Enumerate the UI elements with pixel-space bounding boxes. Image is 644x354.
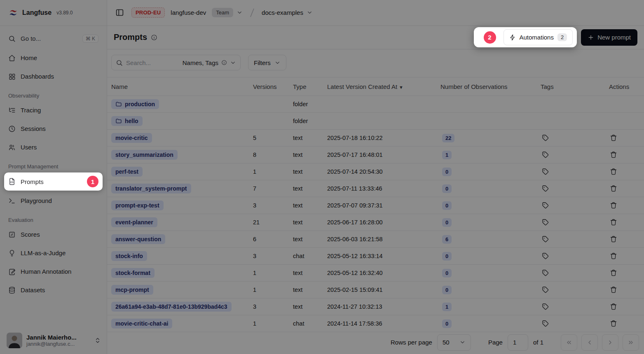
delete-button[interactable] <box>609 285 618 294</box>
tag-button[interactable] <box>541 133 550 142</box>
delete-button[interactable] <box>609 218 618 227</box>
table-row[interactable]: movie-critic 5 text 2025-07-18 16:10:22 … <box>107 130 644 147</box>
user-menu[interactable]: Jannik Maierho... jannik@langfuse.c... <box>0 328 107 354</box>
prompt-name-badge[interactable]: movie-critic-chat-ai <box>111 319 172 328</box>
table-row[interactable]: mcp-prompt 1 text 2025-02-15 15:09:41 0 <box>107 282 644 298</box>
prompt-name-badge[interactable]: movie-critic <box>111 133 152 143</box>
sidebar-item-prompts[interactable]: Prompts 1 <box>4 172 103 191</box>
sidebar-item-sessions[interactable]: Sessions <box>4 120 103 137</box>
tag-button[interactable] <box>541 302 550 311</box>
delete-button[interactable] <box>609 235 618 244</box>
delete-button[interactable] <box>609 302 618 311</box>
tags-cell <box>540 167 606 176</box>
table-row[interactable]: event-planner 21 text 2025-06-17 16:28:0… <box>107 214 644 231</box>
table-row[interactable]: perf-test 1 text 2025-07-14 20:54:30 0 <box>107 163 644 180</box>
table-row[interactable]: movie-critic-chat-ai 1 chat 2024-11-14 1… <box>107 315 644 332</box>
tag-button[interactable] <box>541 201 550 210</box>
tag-button[interactable] <box>541 167 550 176</box>
sidebar-item-users[interactable]: Users <box>4 139 103 156</box>
prompt-name-badge[interactable]: perf-test <box>111 167 143 177</box>
name-cell: event-planner <box>107 217 252 227</box>
prompt-name-badge[interactable]: stock-info <box>111 251 147 261</box>
table-row[interactable]: translator_system-prompt 7 text 2025-07-… <box>107 180 644 197</box>
tag-button[interactable] <box>541 218 550 227</box>
table-header-row: Name Versions Type Latest Version Create… <box>107 77 644 96</box>
table-row[interactable]: hello folder <box>107 113 644 130</box>
delete-button[interactable] <box>609 150 618 159</box>
delete-button[interactable] <box>609 184 618 193</box>
table-row[interactable]: 26a61a94-e3ab-48d7-81e0-13b929bad4c3 3 t… <box>107 298 644 315</box>
delete-button[interactable] <box>609 319 618 328</box>
filters-button[interactable]: Filters <box>248 55 286 70</box>
table-row[interactable]: answer-question 6 text 2025-06-03 16:21:… <box>107 231 644 248</box>
prompt-name-badge[interactable]: prompt-exp-test <box>111 200 164 210</box>
delete-button[interactable] <box>609 252 618 261</box>
info-icon[interactable] <box>151 34 157 41</box>
table-row[interactable]: stock-info 3 chat 2025-05-12 16:33:14 0 <box>107 248 644 265</box>
tag-button[interactable] <box>541 235 550 244</box>
prompt-name-badge[interactable]: stock-format <box>111 268 155 278</box>
rows-per-page-select[interactable]: 50 <box>437 334 471 351</box>
org-switcher[interactable]: Team <box>212 8 243 17</box>
prompt-name-badge[interactable]: answer-question <box>111 234 165 244</box>
table-row[interactable]: prompt-exp-test 3 text 2025-07-07 09:37:… <box>107 197 644 214</box>
chevron-down-icon <box>307 9 313 16</box>
table-row[interactable]: stock-format 1 text 2025-05-12 16:32:40 … <box>107 265 644 282</box>
search-input[interactable] <box>126 59 179 66</box>
column-header-name[interactable]: Name <box>107 83 252 90</box>
delete-button[interactable] <box>609 167 618 176</box>
next-page-button[interactable] <box>602 334 618 351</box>
folder-icon <box>115 101 122 107</box>
trash-icon <box>610 134 617 142</box>
table-row[interactable]: story_summarization 8 text 2025-07-17 16… <box>107 147 644 163</box>
delete-button[interactable] <box>609 133 618 142</box>
tag-button[interactable] <box>541 285 550 294</box>
previous-page-button[interactable] <box>581 334 598 351</box>
table-row[interactable]: production folder <box>107 96 644 113</box>
sidebar-item-datasets[interactable]: Datasets <box>4 282 103 298</box>
prompt-name-badge[interactable]: translator_system-prompt <box>111 184 191 193</box>
sidebar-item-llm-as-a-judge[interactable]: LLM-as-a-Judge <box>4 245 103 261</box>
column-header-observations[interactable]: Number of Observations <box>440 83 540 90</box>
prompt-name-badge[interactable]: production <box>111 99 159 109</box>
column-header-versions[interactable]: Versions <box>252 83 292 90</box>
prompt-name-badge[interactable]: story_summarization <box>111 150 178 160</box>
prompt-name-badge[interactable]: 26a61a94-e3ab-48d7-81e0-13b929bad4c3 <box>111 302 232 312</box>
sidebar-item-tracing[interactable]: Tracing <box>4 102 103 119</box>
prompt-name-badge[interactable]: event-planner <box>111 217 157 227</box>
sidebar-toggle-button[interactable] <box>114 7 126 19</box>
automations-button[interactable]: Automations 2 <box>503 29 573 45</box>
new-prompt-button[interactable]: New prompt <box>581 29 637 46</box>
observations-cell: 1 <box>440 303 540 311</box>
delete-button[interactable] <box>609 201 618 210</box>
created-at-cell: 2025-07-14 20:54:30 <box>326 168 440 175</box>
first-page-button[interactable] <box>561 334 577 351</box>
sidebar-item-playground[interactable]: Playground <box>4 192 103 209</box>
sidebar-item-dashboards[interactable]: Dashboards <box>4 68 103 85</box>
tag-icon <box>541 168 549 175</box>
last-page-button[interactable] <box>623 334 639 351</box>
tag-button[interactable] <box>541 268 550 277</box>
sidebar-item-human-annotation[interactable]: Human Annotation <box>4 263 103 280</box>
tag-button[interactable] <box>541 184 550 193</box>
search-scope-select[interactable]: Names, Tags <box>183 59 236 66</box>
annotation-step-2-badge: 2 <box>484 31 496 44</box>
tag-button[interactable] <box>541 150 550 159</box>
delete-button[interactable] <box>609 268 618 277</box>
prompt-name-badge[interactable]: hello <box>111 116 143 126</box>
tag-button[interactable] <box>541 319 550 328</box>
trash-icon <box>610 252 617 260</box>
tag-button[interactable] <box>541 252 550 261</box>
sidebar-item-scores[interactable]: Scores <box>4 226 103 243</box>
project-switcher[interactable]: docs-examples <box>262 9 313 16</box>
prompt-name-badge[interactable]: mcp-prompt <box>111 285 153 295</box>
column-header-created-at[interactable]: Latest Version Created At▼ <box>326 83 440 90</box>
page-number-input[interactable] <box>508 334 528 351</box>
tags-cell <box>540 319 606 328</box>
project-name: docs-examples <box>262 9 303 16</box>
type-cell: text <box>292 236 326 242</box>
sidebar-item-home[interactable]: Home <box>4 49 103 66</box>
goto-search[interactable]: Go to... ⌘ K <box>4 30 103 47</box>
prompts-table: Name Versions Type Latest Version Create… <box>107 77 644 332</box>
column-header-type[interactable]: Type <box>292 83 326 90</box>
